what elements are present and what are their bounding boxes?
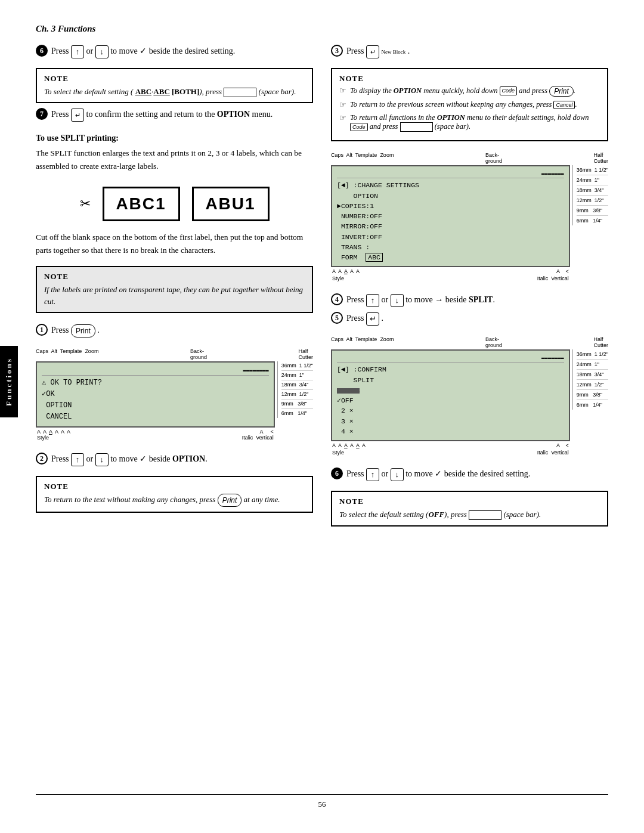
step-3: 3 Press ↵ New Block . — [331, 45, 608, 58]
option-word: OPTION — [217, 110, 250, 119]
right-column: 3 Press ↵ New Block . NOTE ☞ To display … — [331, 45, 608, 782]
step-6-text-after: to move ✓ beside the desired setting. — [110, 47, 235, 55]
code-key-2[interactable]: Code — [350, 123, 368, 132]
lcd3-screen: ▬▬▬▬▬▬▬ [◄] :CONFIRM SPLIT ▬▬▬▬▬▬▬▬ ✓OFF… — [331, 349, 570, 441]
lcd3-ruler-row-4: 12mm 1/2" — [577, 380, 608, 390]
step-5-number: 5 — [331, 312, 343, 324]
lcd1-ruler-row-6: 6mm 1/4" — [281, 409, 313, 418]
step-6b-content: Press ↑ or ↓ to move ✓ beside the desire… — [346, 467, 608, 481]
note-2-text: If the labels are printed on transparent… — [44, 284, 305, 307]
spacebar-key[interactable] — [224, 88, 256, 97]
lcd3-ruler-row-1: 36mm 1 1/2" — [577, 349, 608, 360]
step-6-number: 6 — [36, 45, 48, 57]
step-2-content: Press ↑ or ↓ to move ✓ beside OPTION. — [51, 453, 313, 466]
label-display: ✂ ABC1 ABU1 — [36, 187, 313, 221]
chapter-title: Ch. 3 Functions — [36, 24, 608, 34]
up-arrow-key[interactable]: ↑ — [71, 45, 84, 58]
step6b-down-key[interactable]: ↓ — [391, 468, 404, 481]
lcd3-line3: ▬▬▬▬▬▬▬▬ — [337, 385, 564, 395]
step-6-content: Press ↑ or ↓ to move ✓ beside the desire… — [51, 45, 313, 58]
lcd3-main: ▬▬▬▬▬▬▬ [◄] :CONFIRM SPLIT ▬▬▬▬▬▬▬▬ ✓OFF… — [331, 349, 570, 456]
lcd2-ruler-row-1: 36mm 1 1/2" — [577, 165, 608, 175]
spacebar-key-3[interactable] — [469, 510, 501, 520]
print-btn-note3[interactable]: Print — [218, 494, 242, 507]
code-key-1[interactable]: Code — [500, 86, 518, 95]
step2-down-key[interactable]: ↓ — [95, 453, 109, 466]
step2-up-key[interactable]: ↑ — [71, 453, 84, 466]
step3-enter-key[interactable]: ↵ — [366, 45, 379, 58]
note-option-bullet1-text: To display the OPTION menu quickly, hold… — [350, 86, 575, 97]
lcd1-footer-labels: Style Italic Vertical — [36, 435, 275, 441]
step4-down-key[interactable]: ↓ — [391, 294, 404, 307]
lcd3-line5: 2 × — [337, 405, 564, 416]
lcd2-line7: TRANS : — [337, 242, 564, 252]
lcd2-main: ▬▬▬▬▬▬▬ [◄] :CHANGE SETTINGS OPTION ►COP… — [331, 165, 570, 282]
lcd3-footer: A A A A A A A < — [331, 441, 570, 450]
lcd2-ruler: 36mm 1 1/2" 24mm 1" 18mm 3/4" 12mm 1/2" … — [572, 165, 608, 225]
lcd2-footer-labels: Style Italic Vertical — [331, 275, 570, 281]
lcd2-ruler-row-5: 9mm 3/8" — [577, 206, 608, 216]
page: Functions Ch. 3 Functions 6 Press ↑ or ↓… — [0, 0, 644, 833]
enter-key[interactable]: ↵ — [71, 109, 84, 122]
step-6b: 6 Press ↑ or ↓ to move ✓ beside the desi… — [331, 467, 608, 481]
print-btn-note-opt1[interactable]: Print — [549, 86, 574, 97]
lcd1-screen: ▬▬▬▬▬▬▬▬ ⚠ OK TO PRINT? ✓OK OPTION CANCE… — [36, 361, 275, 428]
note-1-line1: To select the default setting ( ABC·ABC — [44, 87, 172, 96]
split-bold: SPLIT — [469, 295, 493, 304]
step-6: 6 Press ↑ or ↓ to move ✓ beside the desi… — [36, 45, 313, 58]
print-button[interactable]: Print — [71, 324, 95, 337]
step-7-content: Press ↵ to confirm the setting and retur… — [51, 108, 313, 122]
lcd-screen-3-container: Caps Alt Template Zoom Back-ground HalfC… — [331, 336, 608, 456]
step-6-text-press: Press — [51, 47, 71, 55]
note-1-text: To select the default setting ( ABC·ABC … — [44, 86, 305, 98]
step-6-or: or — [86, 47, 95, 55]
lcd-screen-2-container: Caps Alt Template Zoom Back-ground HalfC… — [331, 152, 608, 282]
note-4: NOTE To select the default setting (OFF)… — [331, 491, 608, 527]
step-3-number: 3 — [331, 45, 343, 57]
step6b-up-key[interactable]: ↑ — [366, 468, 379, 481]
cut-text: Cut off the blank space on the bottom of… — [36, 231, 313, 256]
step-5: 5 Press ↵ . — [331, 312, 608, 326]
lcd2-ruler-row-3: 18mm 3/4" — [577, 185, 608, 196]
note-option-bullet2-icon: ☞ — [339, 100, 346, 110]
step-6b-number: 6 — [331, 467, 343, 479]
page-number: 56 — [36, 794, 608, 809]
note-option-bullet2-text: To return to the previous screen without… — [350, 100, 577, 109]
step-3-content: Press ↵ New Block . — [346, 45, 608, 58]
lcd1-ruler: 36mm 1 1/2" 24mm 1" 18mm 3/4" 12mm 1/2" … — [277, 361, 313, 418]
lcd3-wrapper: ▬▬▬▬▬▬▬ [◄] :CONFIRM SPLIT ▬▬▬▬▬▬▬▬ ✓OFF… — [331, 349, 608, 456]
note-2-label: NOTE — [44, 272, 305, 281]
step-1-number: 1 — [36, 324, 48, 336]
note-2: NOTE If the labels are printed on transp… — [36, 266, 313, 313]
lcd1-footer: A A A A A A A < — [36, 428, 275, 435]
spacebar-key-2[interactable] — [400, 122, 433, 132]
lcd2-screen: ▬▬▬▬▬▬▬ [◄] :CHANGE SETTINGS OPTION ►COP… — [331, 165, 570, 268]
split-body: The SPLIT function enlarges the text and… — [36, 147, 313, 172]
note-1-label: NOTE — [44, 74, 305, 83]
note-option-bullet3: ☞ To return all functions in the OPTION … — [339, 113, 600, 132]
note-3-label: NOTE — [44, 482, 305, 491]
lcd1-line3: OPTION — [42, 400, 269, 411]
lcd1-header: Caps Alt Template Zoom Back-ground HalfC… — [36, 348, 313, 360]
lcd1-line2: ✓OK — [42, 389, 269, 400]
lcd3-ruler-row-2: 24mm 1" — [577, 360, 608, 370]
step-6b-text: to move ✓ beside the desired setting. — [405, 469, 530, 478]
off-bold: OFF — [428, 510, 444, 519]
step5-right-key[interactable]: ↵ — [366, 312, 379, 326]
down-arrow-key[interactable]: ↓ — [95, 45, 109, 58]
step-1: 1 Press Print . — [36, 324, 313, 337]
scissors-icon: ✂ — [80, 196, 91, 212]
lcd3-line2: SPLIT — [337, 375, 564, 385]
lcd1-ruler-row-4: 12mm 1/2" — [281, 390, 313, 400]
cancel-key[interactable]: Cancel — [553, 101, 575, 110]
lcd3-line6: 3 × — [337, 416, 564, 426]
lcd1-ruler-row-3: 18mm 3/4" — [281, 380, 313, 390]
step4-up-key[interactable]: ↑ — [366, 294, 379, 307]
lcd2-footer: A A A A A A < — [331, 267, 570, 275]
lcd2-wrapper: ▬▬▬▬▬▬▬ [◄] :CHANGE SETTINGS OPTION ►COP… — [331, 165, 608, 282]
note-4-label: NOTE — [339, 497, 600, 506]
step-1-content: Press Print . — [51, 324, 313, 337]
lcd3-header: Caps Alt Template Zoom Back-ground HalfC… — [331, 336, 608, 348]
lcd2-line4: NUMBER:OFF — [337, 211, 564, 221]
lcd2-line1: [◄] :CHANGE SETTINGS — [337, 180, 564, 190]
